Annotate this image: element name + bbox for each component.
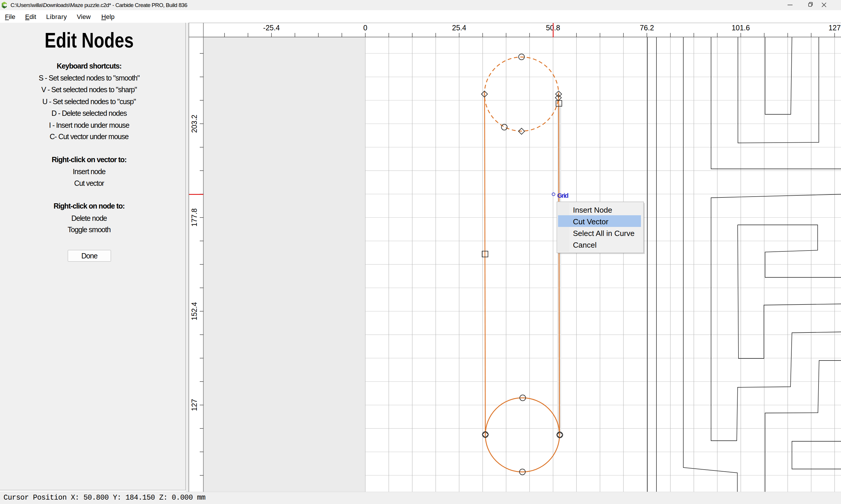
svg-text:Grid: Grid	[557, 192, 568, 199]
svg-text:177.8: 177.8	[190, 208, 198, 227]
svg-text:25.4: 25.4	[452, 24, 466, 32]
svg-text:Cut Vector: Cut Vector	[573, 217, 608, 226]
svg-text:Cancel: Cancel	[573, 241, 597, 249]
svg-text:0: 0	[363, 24, 367, 32]
svg-text:-25.4: -25.4	[263, 24, 280, 32]
svg-text:Insert Node: Insert Node	[573, 205, 612, 214]
svg-text:127: 127	[190, 399, 198, 411]
svg-text:76.2: 76.2	[640, 24, 654, 32]
svg-text:Select All in Curve: Select All in Curve	[573, 229, 635, 238]
svg-text:152.4: 152.4	[190, 302, 198, 321]
svg-text:127: 127	[828, 24, 841, 32]
svg-text:101.6: 101.6	[732, 24, 750, 32]
svg-text:203.2: 203.2	[190, 115, 198, 133]
